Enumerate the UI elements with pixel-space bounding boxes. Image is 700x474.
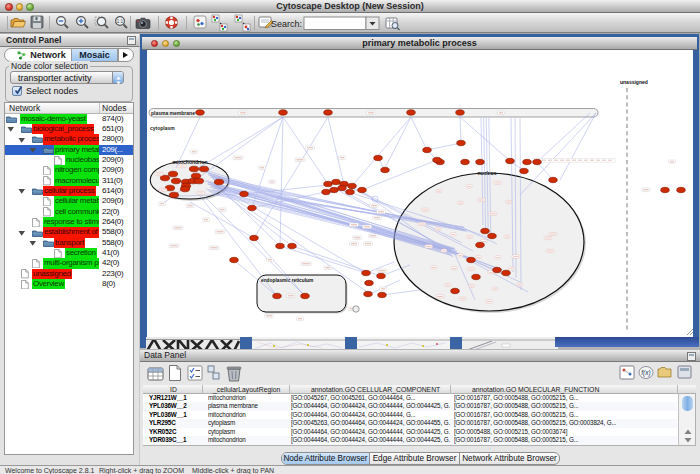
svg-text:1:1: 1:1 [117,19,124,24]
svg-text:mitochondrion: mitochondrion [173,159,208,165]
svg-text:plasma membrane: plasma membrane [151,110,195,116]
svg-text:unassigned: unassigned [620,79,648,85]
svg-text:f(x): f(x) [641,369,650,377]
svg-text:cytoplasm: cytoplasm [150,125,175,131]
svg-text:Search:: Search: [271,19,302,29]
